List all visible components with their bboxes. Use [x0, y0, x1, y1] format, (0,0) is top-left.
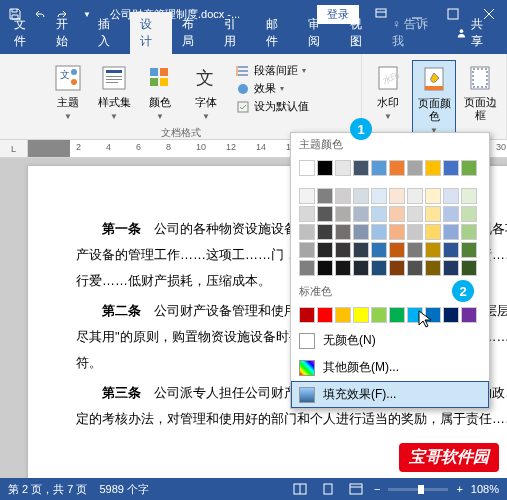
color-swatch[interactable] — [425, 260, 441, 276]
color-swatch[interactable] — [353, 224, 369, 240]
color-swatch[interactable] — [299, 160, 315, 176]
color-swatch[interactable] — [371, 242, 387, 258]
tab-design[interactable]: 设计 — [130, 12, 172, 54]
styleset-button[interactable]: 样式集▼ — [92, 60, 136, 124]
color-swatch[interactable] — [461, 260, 477, 276]
tab-tellme[interactable]: ♀ 告诉我 — [382, 12, 446, 54]
color-swatch[interactable] — [443, 242, 459, 258]
color-swatch[interactable] — [389, 160, 405, 176]
colors-button[interactable]: 颜色▼ — [138, 60, 182, 124]
paragraph-spacing-button[interactable]: 段落间距 ▾ — [234, 62, 311, 79]
zoom-level[interactable]: 108% — [471, 483, 499, 495]
color-swatch[interactable] — [425, 206, 441, 222]
color-swatch[interactable] — [335, 242, 351, 258]
page-color-button[interactable]: 页面颜色▼ — [412, 60, 456, 140]
color-swatch[interactable] — [353, 188, 369, 204]
page-border-button[interactable]: 页面边框 — [458, 60, 502, 124]
tab-file[interactable]: 文件 — [4, 12, 46, 54]
color-swatch[interactable] — [299, 260, 315, 276]
color-swatch[interactable] — [299, 188, 315, 204]
color-swatch[interactable] — [317, 260, 333, 276]
color-swatch[interactable] — [371, 206, 387, 222]
color-swatch[interactable] — [335, 188, 351, 204]
color-swatch[interactable] — [371, 307, 387, 323]
color-swatch[interactable] — [317, 307, 333, 323]
color-swatch[interactable] — [425, 188, 441, 204]
color-swatch[interactable] — [317, 206, 333, 222]
color-swatch[interactable] — [407, 206, 423, 222]
color-swatch[interactable] — [335, 260, 351, 276]
color-swatch[interactable] — [335, 307, 351, 323]
tab-references[interactable]: 引用 — [214, 12, 256, 54]
color-swatch[interactable] — [353, 160, 369, 176]
color-swatch[interactable] — [389, 188, 405, 204]
color-swatch[interactable] — [461, 188, 477, 204]
zoom-in-icon[interactable]: + — [456, 483, 462, 495]
zoom-slider[interactable] — [388, 488, 448, 491]
color-swatch[interactable] — [407, 188, 423, 204]
color-swatch[interactable] — [389, 307, 405, 323]
word-count[interactable]: 5989 个字 — [99, 482, 149, 497]
more-colors-item[interactable]: 其他颜色(M)... — [291, 354, 489, 381]
effects-button[interactable]: 效果 ▾ — [234, 80, 311, 97]
color-swatch[interactable] — [425, 160, 441, 176]
color-swatch[interactable] — [461, 307, 477, 323]
color-swatch[interactable] — [353, 260, 369, 276]
color-swatch[interactable] — [407, 260, 423, 276]
read-mode-icon[interactable] — [290, 481, 310, 497]
tab-view[interactable]: 视图 — [340, 12, 382, 54]
color-swatch[interactable] — [353, 307, 369, 323]
no-color-item[interactable]: 无颜色(N) — [291, 327, 489, 354]
color-swatch[interactable] — [335, 224, 351, 240]
share-button[interactable]: 共享 — [446, 12, 503, 54]
zoom-out-icon[interactable]: − — [374, 483, 380, 495]
fill-effects-item[interactable]: 填充效果(F)... — [291, 381, 489, 408]
color-swatch[interactable] — [407, 224, 423, 240]
color-swatch[interactable] — [371, 188, 387, 204]
color-swatch[interactable] — [371, 160, 387, 176]
tab-insert[interactable]: 插入 — [88, 12, 130, 54]
color-swatch[interactable] — [317, 188, 333, 204]
color-swatch[interactable] — [461, 206, 477, 222]
color-swatch[interactable] — [425, 224, 441, 240]
color-swatch[interactable] — [443, 188, 459, 204]
color-swatch[interactable] — [353, 206, 369, 222]
color-swatch[interactable] — [371, 224, 387, 240]
color-swatch[interactable] — [407, 242, 423, 258]
color-swatch[interactable] — [389, 224, 405, 240]
color-swatch[interactable] — [443, 224, 459, 240]
color-swatch[interactable] — [389, 242, 405, 258]
fonts-button[interactable]: 文 字体▼ — [184, 60, 228, 124]
color-swatch[interactable] — [317, 160, 333, 176]
print-layout-icon[interactable] — [318, 481, 338, 497]
web-layout-icon[interactable] — [346, 481, 366, 497]
color-swatch[interactable] — [317, 242, 333, 258]
color-swatch[interactable] — [389, 260, 405, 276]
color-swatch[interactable] — [461, 160, 477, 176]
tab-home[interactable]: 开始 — [46, 12, 88, 54]
color-swatch[interactable] — [353, 242, 369, 258]
color-swatch[interactable] — [335, 160, 351, 176]
color-swatch[interactable] — [371, 260, 387, 276]
color-swatch[interactable] — [443, 307, 459, 323]
tab-review[interactable]: 审阅 — [298, 12, 340, 54]
color-swatch[interactable] — [461, 224, 477, 240]
color-swatch[interactable] — [461, 242, 477, 258]
color-swatch[interactable] — [317, 224, 333, 240]
color-swatch[interactable] — [299, 307, 315, 323]
color-swatch[interactable] — [299, 242, 315, 258]
page-indicator[interactable]: 第 2 页，共 7 页 — [8, 482, 87, 497]
color-swatch[interactable] — [299, 206, 315, 222]
color-swatch[interactable] — [425, 242, 441, 258]
set-default-button[interactable]: 设为默认值 — [234, 98, 311, 115]
tab-mailings[interactable]: 邮件 — [256, 12, 298, 54]
themes-button[interactable]: 文 主题▼ — [46, 60, 90, 124]
tab-layout[interactable]: 布局 — [172, 12, 214, 54]
color-swatch[interactable] — [443, 260, 459, 276]
color-swatch[interactable] — [299, 224, 315, 240]
color-swatch[interactable] — [407, 160, 423, 176]
color-swatch[interactable] — [443, 206, 459, 222]
color-swatch[interactable] — [389, 206, 405, 222]
color-swatch[interactable] — [335, 206, 351, 222]
color-swatch[interactable] — [443, 160, 459, 176]
